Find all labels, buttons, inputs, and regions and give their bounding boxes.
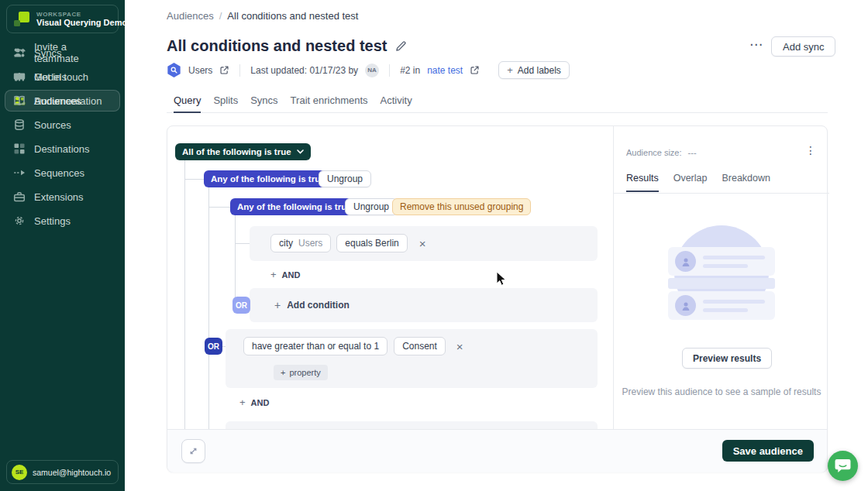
illustration-band [668, 278, 775, 289]
condition-event-pill[interactable]: Consent [394, 337, 446, 355]
page-title: All conditions and nested test [167, 37, 387, 55]
tree-line [235, 215, 236, 305]
workspace-label: WORKSPACE [36, 11, 127, 18]
tree-line [235, 243, 250, 244]
user-avatar: SE [12, 465, 27, 480]
preview-results-button[interactable]: Preview results [682, 348, 772, 369]
external-link-icon[interactable] [470, 65, 480, 75]
audience-tabs: Query Splits Syncs Trait enrichments Act… [167, 94, 828, 113]
save-audience-button[interactable]: Save audience [722, 440, 814, 462]
breadcrumb-audiences-link[interactable]: Audiences [167, 10, 214, 22]
folder-link[interactable]: nate test [427, 65, 463, 76]
remove-condition-icon[interactable]: × [456, 341, 463, 352]
or-badge: OR [232, 297, 250, 314]
add-sync-button[interactable]: Add sync [771, 36, 835, 57]
add-and-condition-button[interactable]: + AND [239, 397, 269, 408]
tab-syncs[interactable]: Syncs [250, 94, 277, 112]
last-updated-text: Last updated: 01/17/23 by [250, 65, 358, 76]
query-builder: All of the following is true Any of the … [167, 126, 613, 429]
sidebar-item-get-in-touch[interactable]: Get in touch [5, 66, 120, 88]
plus-icon: + [281, 368, 285, 377]
sidebar-item-label: Invite a teammate [34, 41, 112, 64]
ungroup-button[interactable]: Ungroup [319, 170, 371, 187]
tab-results[interactable]: Results [626, 173, 659, 192]
documentation-book-icon [13, 94, 26, 107]
illustration-user-card [668, 247, 775, 276]
edit-pencil-icon[interactable] [395, 40, 407, 52]
results-tabs: Results Overlap Breakdown [626, 173, 770, 192]
remove-condition-icon[interactable]: × [419, 238, 426, 249]
condition-row-clipped [226, 421, 598, 429]
query-card: All of the following is true Any of the … [167, 125, 828, 472]
expand-editor-button[interactable] [181, 439, 205, 463]
illustration-user-card [668, 291, 775, 320]
chat-icon [13, 70, 26, 83]
audience-size-label: Audience size: [626, 148, 682, 157]
sidebar-item-documentation[interactable]: Documentation [5, 90, 120, 112]
chat-bubble-icon [835, 458, 851, 473]
sidebar: WORKSPACE Visual Querying Demo Syncs Mod… [0, 0, 125, 491]
user-email: samuel@hightouch.io [33, 468, 111, 477]
tree-line [208, 187, 209, 429]
remove-unused-grouping-notice[interactable]: Remove this unused grouping [392, 198, 531, 215]
add-and-condition-button[interactable]: + AND [270, 269, 300, 280]
condition-operator-pill[interactable]: have greater than or equal to 1 [243, 337, 388, 355]
audience-size-value: --- [688, 148, 697, 157]
condition-row: city Users equals Berlin × [250, 226, 598, 261]
main-content: Audiences / All conditions and nested te… [125, 0, 868, 491]
more-actions-button[interactable]: ⋯ [749, 36, 763, 53]
parent-model-name: Users [188, 65, 212, 76]
divider [389, 64, 390, 77]
divider [614, 193, 829, 194]
expand-icon [188, 446, 198, 456]
condition-operator-pill[interactable]: equals Berlin [336, 234, 407, 252]
divider [239, 64, 240, 77]
query-card-footer: Save audience [167, 429, 827, 472]
audience-meta: Users Last updated: 01/17/23 by NA #2 in… [167, 62, 570, 78]
priority-position-text: #2 in [400, 65, 420, 76]
sidebar-footer-nav: Invite a teammate Get in touch Documenta… [0, 39, 125, 457]
add-condition-row[interactable]: + Add condition [250, 288, 598, 322]
person-icon [675, 251, 696, 272]
updater-avatar: NA [365, 64, 379, 77]
intercom-chat-launcher[interactable] [828, 451, 858, 481]
user-account-menu[interactable]: SE samuel@hightouch.io [6, 460, 119, 484]
breadcrumb-separator: / [219, 10, 222, 22]
or-badge: OR [205, 338, 222, 355]
plus-icon: + [239, 397, 246, 408]
chevron-down-icon [297, 149, 304, 154]
tab-splits[interactable]: Splits [213, 94, 238, 112]
panel-menu-button[interactable]: ⋮ [805, 145, 816, 156]
sidebar-item-label: Get in touch [34, 71, 88, 83]
results-panel: Audience size: --- ⋮ Results Overlap Bre… [613, 126, 828, 429]
breadcrumb-current: All conditions and nested test [227, 10, 358, 22]
tab-query[interactable]: Query [174, 94, 201, 113]
preview-caption: Preview this audience to see a sample of… [614, 386, 829, 397]
workspace-switcher[interactable]: WORKSPACE Visual Querying Demo [6, 5, 119, 33]
tab-breakdown[interactable]: Breakdown [722, 173, 770, 192]
workspace-name: Visual Querying Demo [36, 18, 127, 28]
ungroup-button[interactable]: Ungroup [345, 198, 398, 215]
sidebar-item-invite-teammate[interactable]: Invite a teammate [5, 42, 120, 64]
sidebar-item-label: Documentation [34, 95, 102, 107]
hightouch-logo-icon [13, 11, 30, 28]
root-group-operator-dropdown[interactable]: All of the following is true [175, 143, 311, 160]
breadcrumb: Audiences / All conditions and nested te… [167, 10, 358, 22]
tab-trait-enrichments[interactable]: Trait enrichments [291, 94, 368, 112]
invite-teammate-icon [13, 46, 26, 59]
condition-field-pill[interactable]: city Users [270, 234, 331, 252]
add-property-chip[interactable]: + property [274, 365, 328, 380]
person-icon [675, 295, 696, 316]
tree-line [184, 160, 185, 429]
condition-row: have greater than or equal to 1 Consent … [226, 329, 598, 388]
tab-overlap[interactable]: Overlap [673, 173, 708, 192]
tab-activity[interactable]: Activity [381, 94, 412, 112]
external-link-icon[interactable] [219, 65, 229, 75]
tree-line [184, 179, 204, 180]
model-query-badge-icon [167, 63, 181, 77]
plus-icon: + [270, 269, 277, 280]
plus-icon: + [507, 64, 513, 76]
add-labels-button[interactable]: + Add labels [498, 61, 570, 79]
tree-line [208, 207, 230, 208]
plus-icon: + [274, 299, 281, 311]
